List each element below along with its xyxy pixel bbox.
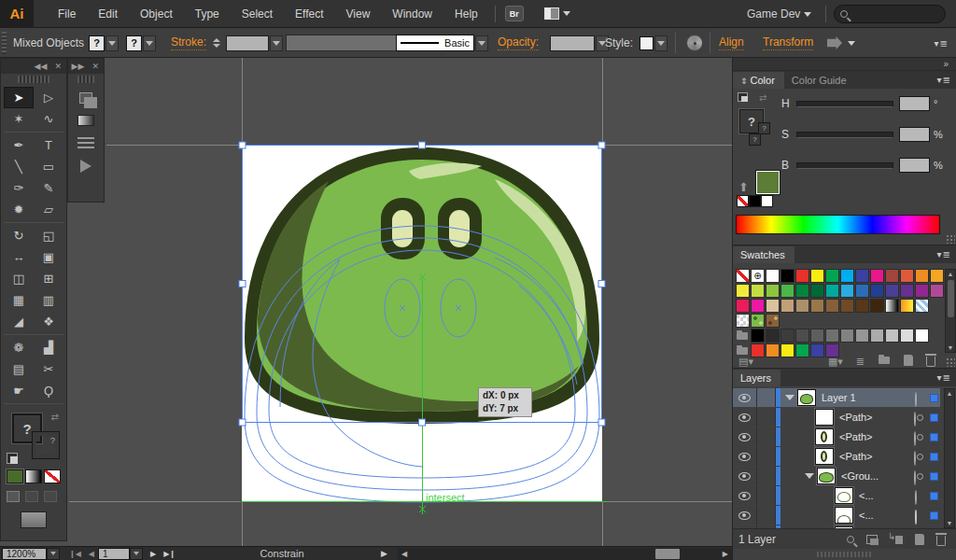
align-link[interactable]: Align [719, 28, 744, 58]
panel-resize-grip[interactable] [946, 234, 955, 244]
swatch-libraries-icon[interactable]: ▤▾ [738, 356, 753, 368]
menu-item-type[interactable]: Type [184, 2, 231, 26]
disclosure-triangle-icon[interactable] [785, 395, 794, 400]
pencil-tool[interactable]: ✎ [34, 177, 63, 199]
target-icon[interactable] [914, 432, 924, 442]
menu-item-help[interactable]: Help [443, 2, 489, 26]
scroll-up-icon[interactable]: ▲ [947, 271, 954, 277]
opacity-link[interactable]: Opacity: [498, 28, 539, 58]
layer-row[interactable]: Layer 1 [733, 388, 940, 407]
menu-item-object[interactable]: Object [129, 2, 184, 26]
none-swatch[interactable] [737, 195, 749, 207]
width-tool[interactable]: ↔ [4, 246, 34, 268]
swap-fill-stroke-icon[interactable]: ⇄ [51, 412, 59, 422]
stroke-color-button[interactable]: ? [126, 28, 156, 58]
swatch[interactable] [751, 299, 765, 313]
menu-item-edit[interactable]: Edit [87, 2, 129, 26]
slice-tool[interactable]: ✂ [34, 358, 63, 380]
fill-chip[interactable]: ? [749, 133, 761, 146]
swatch[interactable] [870, 329, 884, 343]
swatch[interactable] [751, 284, 765, 298]
close-icon[interactable]: ✕ [91, 62, 99, 71]
draw-inside-button[interactable] [44, 491, 57, 502]
lock-toggle[interactable] [757, 388, 776, 407]
selection-indicator[interactable] [930, 413, 938, 422]
swatch-options-icon[interactable]: ≣ [856, 356, 865, 368]
saturation-slider[interactable] [796, 132, 893, 138]
first-artboard-button[interactable]: ❙◀ [65, 550, 85, 558]
disclosure-triangle-icon[interactable] [805, 473, 814, 479]
swatch[interactable] [915, 329, 929, 343]
swatch[interactable] [810, 299, 824, 313]
style-swatch-dropdown[interactable] [640, 28, 668, 58]
selection-indicator[interactable] [930, 492, 938, 500]
brush-definition-dropdown[interactable]: Basic [396, 28, 488, 58]
swatch[interactable] [736, 299, 750, 313]
swatch[interactable] [870, 284, 884, 298]
visibility-toggle[interactable] [733, 427, 757, 446]
panel-resize-grip[interactable] [946, 357, 955, 367]
selection-indicator[interactable] [930, 453, 938, 461]
layer-thumbnail[interactable] [797, 389, 816, 406]
swatch-pattern[interactable] [751, 314, 765, 328]
panel-grip[interactable] [77, 76, 94, 83]
swatch[interactable] [795, 269, 809, 283]
scroll-up-icon[interactable]: ▲ [946, 390, 953, 397]
swatch[interactable] [855, 284, 869, 298]
swatch[interactable] [840, 329, 854, 343]
stroke-swatch[interactable]: ? [33, 432, 59, 458]
pathfinder-panel-icon[interactable] [79, 92, 92, 104]
hue-value-field[interactable] [899, 96, 930, 111]
lock-toggle[interactable] [757, 427, 776, 446]
swatch[interactable] [780, 269, 794, 283]
blend-tool[interactable]: ❖ [34, 311, 63, 332]
screen-mode-button[interactable] [21, 511, 47, 528]
opacity-field[interactable] [550, 28, 609, 58]
visibility-toggle[interactable] [733, 506, 757, 525]
lock-toggle[interactable] [757, 486, 776, 505]
swatch[interactable] [885, 269, 899, 283]
menu-item-select[interactable]: Select [231, 2, 284, 26]
tab-layers[interactable]: Layers [733, 370, 780, 386]
close-icon[interactable]: ✕ [54, 62, 62, 71]
magic-wand-tool[interactable]: ✶ [4, 108, 34, 130]
visibility-toggle[interactable] [733, 388, 757, 407]
swatch[interactable] [825, 299, 839, 313]
black-swatch[interactable] [749, 195, 761, 207]
visibility-toggle[interactable] [733, 408, 757, 427]
tab-swatches[interactable]: Swatches [733, 246, 794, 263]
layer-row[interactable]: <Grou... [733, 467, 940, 485]
swatches-scrollbar[interactable]: ▲ ▼ [945, 269, 956, 353]
tab-color[interactable]: ⇕Color [733, 72, 784, 89]
tab-color-guide[interactable]: Color Guide [784, 72, 856, 89]
swatch-pattern[interactable] [766, 314, 780, 328]
menu-item-effect[interactable]: Effect [284, 2, 334, 26]
target-icon[interactable] [914, 471, 924, 482]
new-sublayer-icon[interactable] [890, 534, 903, 545]
selection-indicator[interactable] [930, 511, 938, 520]
stroke-panel-icon[interactable] [77, 137, 94, 139]
scroll-right-icon[interactable]: ▶ [723, 550, 728, 558]
swatch[interactable] [930, 284, 944, 298]
swatch-gradient[interactable] [900, 299, 914, 313]
artboard-dropdown[interactable] [130, 548, 143, 560]
rotate-tool[interactable]: ↻ [4, 225, 34, 246]
swatch[interactable] [900, 284, 914, 298]
transform-link[interactable]: Transform [763, 28, 813, 58]
swatch[interactable] [766, 299, 780, 313]
color-panel-menu-icon[interactable]: ▾≣ [937, 75, 951, 85]
artboard-tool[interactable]: ▤ [4, 358, 34, 380]
bridge-button[interactable]: Br [505, 6, 524, 21]
direct-selection-tool[interactable]: ▷ [34, 87, 63, 108]
zoom-tool[interactable]: Ϙ [34, 380, 63, 401]
stroke-link[interactable]: Stroke: [171, 28, 206, 58]
scroll-left-icon[interactable]: ◀ [401, 550, 407, 558]
swatch-pattern[interactable] [736, 314, 750, 328]
scroll-down-icon[interactable]: ▼ [946, 520, 953, 526]
type-tool[interactable]: T [34, 134, 63, 156]
dock-resize-grip[interactable] [817, 552, 873, 557]
color-spectrum-bar[interactable] [736, 215, 940, 234]
visibility-toggle[interactable] [733, 486, 757, 505]
layers-scrollbar[interactable]: ▲ ▼ [944, 388, 955, 528]
rectangle-tool[interactable]: ▭ [34, 156, 63, 177]
